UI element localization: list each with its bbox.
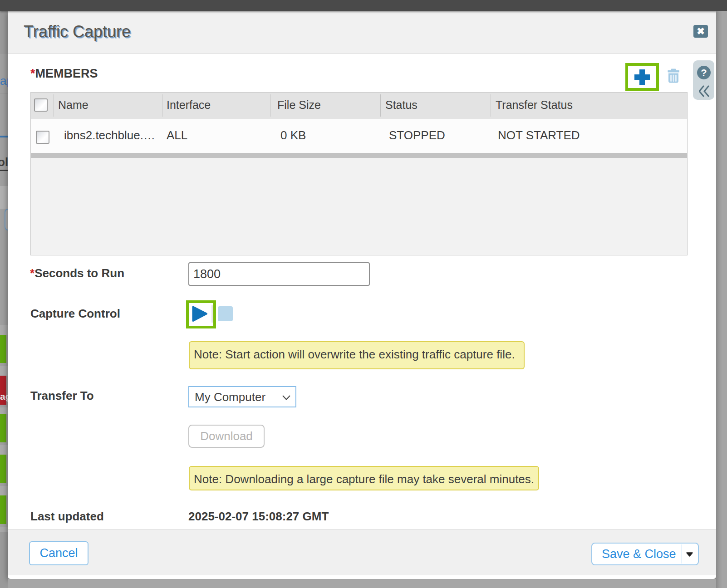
svg-text:?: ? bbox=[701, 67, 707, 78]
